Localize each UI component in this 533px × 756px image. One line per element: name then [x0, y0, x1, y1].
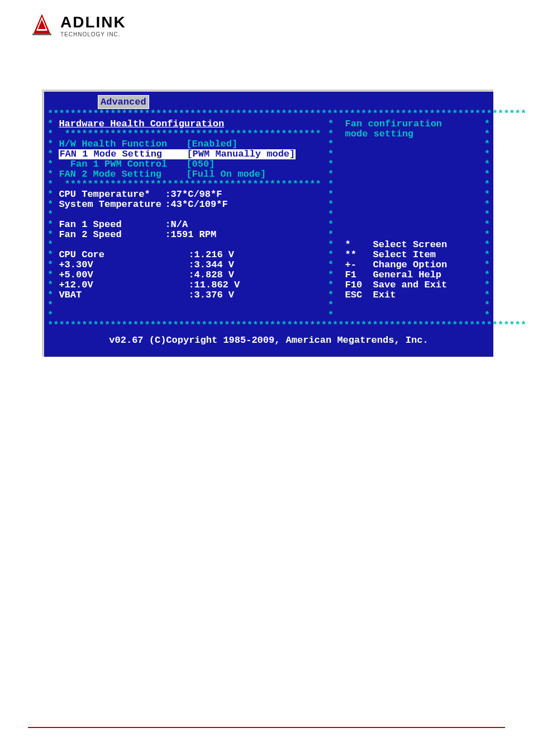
label: Fan 1 Speed	[59, 220, 165, 230]
label: Fan 2 Speed	[59, 230, 165, 240]
reading-5v: * +5.00V :4.828 V	[47, 270, 321, 280]
reading-3v: * +3.30V :3.344 V	[47, 260, 321, 270]
logo-text: ADLINK TECHNOLOGY INC.	[60, 13, 126, 37]
reading-12v: * +12.0V :11.862 V	[47, 280, 321, 290]
value: [PWM Manually mode]	[186, 149, 296, 159]
setting-fan2-mode[interactable]: * FAN 2 Mode Setting [Full On mode]	[47, 169, 321, 179]
label: FAN 2 Mode Setting	[59, 169, 186, 179]
nav-help-select-screen: * * Select Screen *	[328, 240, 490, 250]
help-title-1: Fan confiruration	[345, 119, 442, 129]
logo-main: ADLINK	[60, 13, 126, 31]
reading-cpu-temp: * CPU Temperature* :37*C/98*F	[47, 190, 321, 200]
label: System Temperature	[59, 200, 165, 210]
value: :3.344 V	[188, 260, 234, 270]
reading-fan2: * Fan 2 Speed :1591 RPM	[47, 230, 321, 240]
logo-sub: TECHNOLOGY INC.	[60, 31, 126, 37]
reading-sys-temp: * System Temperature :43*C/109*F	[47, 200, 321, 210]
logo-icon	[28, 11, 56, 39]
label: FAN 1 Mode Setting	[59, 149, 186, 159]
label: +5.00V	[59, 270, 188, 280]
value: :11.862 V	[188, 280, 240, 290]
value: :3.376 V	[188, 290, 234, 300]
divider: ****************************************…	[47, 320, 490, 330]
reading-fan1: * Fan 1 Speed :N/A	[47, 220, 321, 230]
label: +3.30V	[59, 260, 188, 270]
svg-rect-3	[32, 34, 51, 35]
divider: ****************************************…	[47, 109, 490, 119]
value: :N/A	[165, 220, 188, 230]
bios-screen: Advanced *******************************…	[42, 89, 493, 357]
page-footer-line	[28, 727, 505, 728]
nav-help-save-exit: * F10 Save and Exit *	[328, 280, 490, 290]
adlink-logo: ADLINK TECHNOLOGY INC.	[28, 11, 126, 39]
value: :37*C/98*F	[165, 190, 222, 200]
setting-fan1-pwm[interactable]: * Fan 1 PWM Control [050]	[47, 159, 321, 169]
label: H/W Health Function	[59, 139, 186, 149]
tab-advanced[interactable]: Advanced	[98, 95, 149, 109]
help-title-2: mode setting	[345, 129, 413, 139]
value: [Full On mode]	[186, 169, 266, 179]
bios-footer: v02.67 (C)Copyright 1985-2009, American …	[47, 330, 490, 353]
reading-vbat: * VBAT :3.376 V	[47, 290, 321, 300]
nav-help-change-option: * +- Change Option *	[328, 260, 490, 270]
value: [050]	[186, 159, 215, 169]
bios-left-pane: * Hardware Health Configuration * ******…	[47, 119, 321, 320]
value: :1.216 V	[188, 250, 234, 260]
nav-help-exit: * ESC Exit *	[328, 290, 490, 300]
label: CPU Temperature*	[59, 190, 165, 200]
value: :43*C/109*F	[165, 200, 227, 210]
setting-hw-health[interactable]: * H/W Health Function [Enabled]	[47, 139, 321, 149]
value: [Enabled]	[186, 139, 237, 149]
setting-fan1-mode[interactable]: * FAN 1 Mode Setting [PWM Manually mode]	[47, 149, 321, 159]
label: CPU Core	[59, 250, 188, 260]
label: +12.0V	[59, 280, 188, 290]
label: VBAT	[59, 290, 188, 300]
nav-help-general-help: * F1 General Help *	[328, 270, 490, 280]
value: :1591 RPM	[165, 230, 216, 240]
bios-tab-row: Advanced	[47, 95, 490, 109]
nav-help-select-item: * ** Select Item *	[328, 250, 490, 260]
value: :4.828 V	[188, 270, 234, 280]
label: Fan 1 PWM Control	[59, 159, 186, 169]
section-title: Hardware Health Configuration	[59, 119, 224, 129]
reading-cpu-core: * CPU Core :1.216 V	[47, 250, 321, 260]
bios-right-pane: * Fan confiruration * * mode setting * *…	[321, 119, 490, 320]
